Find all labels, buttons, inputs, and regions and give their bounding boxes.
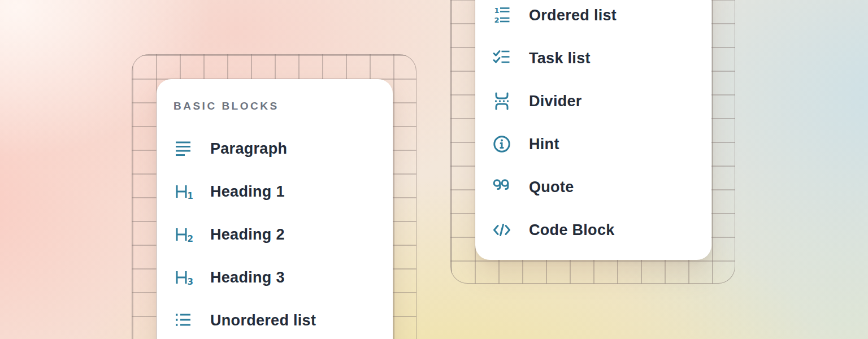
menu-item-heading-3[interactable]: 3Heading 3 xyxy=(173,256,393,299)
ordered-list-icon: 12 xyxy=(492,6,511,25)
basic-blocks-item-list: Paragraph1Heading 12Heading 23Heading 3U… xyxy=(173,127,393,339)
menu-item-label: Unordered list xyxy=(210,313,316,328)
menu-item-quote[interactable]: Quote xyxy=(492,166,711,208)
menu-item-task-list[interactable]: Task list xyxy=(492,37,711,80)
menu-item-label: Code Block xyxy=(529,223,615,238)
menu-item-unordered-list[interactable]: Unordered list xyxy=(173,299,393,339)
menu-item-label: Paragraph xyxy=(210,141,287,157)
quote-icon xyxy=(492,177,511,197)
svg-text:2: 2 xyxy=(188,234,193,244)
heading-3-icon: 3 xyxy=(173,268,193,287)
svg-text:3: 3 xyxy=(188,277,193,287)
menu-item-ordered-list[interactable]: 12Ordered list xyxy=(492,0,711,37)
menu-item-heading-2[interactable]: 2Heading 2 xyxy=(173,213,393,256)
menu-item-hint[interactable]: Hint xyxy=(492,123,711,166)
menu-item-label: Task list xyxy=(529,51,591,66)
menu-item-label: Ordered list xyxy=(529,8,617,23)
basic-blocks-menu-card: BASIC BLOCKS Paragraph1Heading 12Heading… xyxy=(157,79,393,339)
divider-icon xyxy=(492,92,511,111)
blocks-item-list: 12Ordered listTask listDividerHintQuoteC… xyxy=(492,0,711,251)
svg-text:1: 1 xyxy=(494,6,500,15)
code-block-icon xyxy=(492,220,511,240)
heading-1-icon: 1 xyxy=(173,182,193,201)
svg-text:1: 1 xyxy=(188,191,193,201)
task-list-icon xyxy=(492,49,511,68)
hint-icon xyxy=(492,134,511,154)
basic-blocks-section-label: BASIC BLOCKS xyxy=(173,101,393,112)
paragraph-icon xyxy=(173,139,193,158)
blocks-menu-card: 12Ordered listTask listDividerHintQuoteC… xyxy=(475,0,711,260)
menu-item-label: Heading 2 xyxy=(210,227,285,242)
heading-2-icon: 2 xyxy=(173,225,193,244)
menu-item-label: Quote xyxy=(529,180,574,195)
menu-item-label: Hint xyxy=(529,137,559,152)
unordered-list-icon xyxy=(173,311,193,330)
menu-item-code-block[interactable]: Code Block xyxy=(492,208,711,251)
svg-text:2: 2 xyxy=(494,16,500,24)
gradient-background: BASIC BLOCKS Paragraph1Heading 12Heading… xyxy=(0,0,868,339)
menu-item-label: Heading 3 xyxy=(210,270,285,285)
menu-item-divider[interactable]: Divider xyxy=(492,80,711,123)
menu-item-paragraph[interactable]: Paragraph xyxy=(173,127,393,170)
menu-item-label: Heading 1 xyxy=(210,184,285,199)
menu-item-heading-1[interactable]: 1Heading 1 xyxy=(173,170,393,213)
menu-item-label: Divider xyxy=(529,94,582,109)
